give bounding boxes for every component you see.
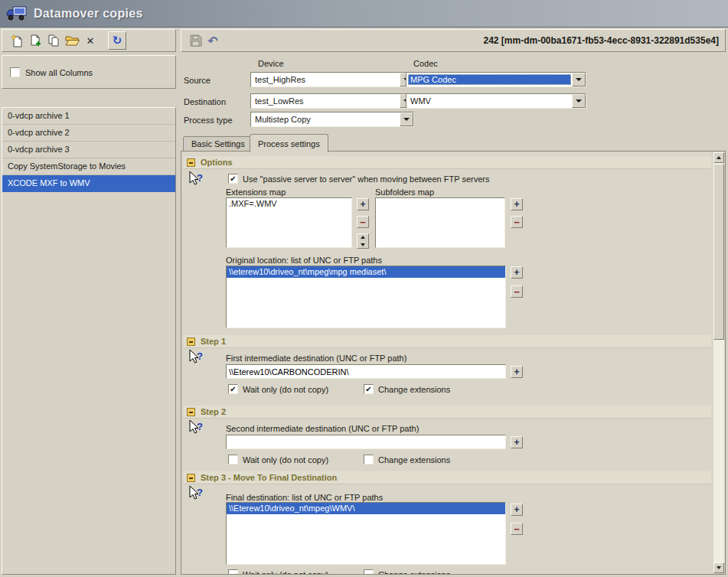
listbox-item[interactable]: .MXF=.WMV (227, 198, 351, 210)
new-page-plus-icon (29, 34, 42, 47)
vertical-scrollbar[interactable] (713, 152, 724, 573)
extensions-remove-button[interactable]: − (357, 216, 369, 228)
checkmark-icon: ✔ (365, 386, 371, 393)
destination-label: Destination (184, 97, 226, 106)
collapse-step2-button[interactable] (187, 408, 195, 416)
new-from-template-button[interactable] (27, 32, 44, 49)
context-help-button[interactable]: ? (188, 485, 204, 502)
context-help-button[interactable]: ? (188, 419, 204, 436)
step1-destination-label: First intermediate destination (UNC or F… (226, 354, 406, 363)
left-toolbar: ✕ ↻ (2, 29, 176, 52)
copies-list[interactable]: 0-vdcp archive 1 0-vdcp archive 2 0-vdcp… (2, 107, 176, 575)
checkmark-icon: ✔ (230, 175, 236, 183)
new-item-button[interactable] (8, 32, 25, 49)
source-device-value: test_HighRes (253, 74, 399, 85)
step2-destination-label: Second intermediate destination (UNC or … (226, 424, 419, 433)
destination-device-combobox[interactable]: test_LowRes (250, 93, 414, 109)
list-item[interactable]: Copy SystemStorage to Movies (2, 158, 175, 175)
collapse-step1-button[interactable] (187, 337, 195, 346)
step1-add-button[interactable]: + (511, 366, 523, 378)
process-settings-page: Options ? ✔ Use "passive server to serve… (181, 151, 726, 575)
step2-group-title: Step 2 (201, 407, 226, 416)
process-type-combobox[interactable]: Multistep Copy (250, 112, 414, 127)
subfolders-map-listbox[interactable] (375, 197, 505, 248)
step3-change-extensions-label: Change extensions (378, 570, 450, 575)
final-remove-button[interactable]: − (511, 523, 523, 535)
list-item[interactable]: 0-vdcp archive 2 (2, 125, 175, 142)
collapse-step3-button[interactable] (187, 474, 195, 482)
show-all-columns-checkbox[interactable] (10, 67, 20, 77)
svg-text:?: ? (197, 487, 203, 498)
open-button[interactable] (64, 32, 80, 49)
step1-change-extensions-checkbox[interactable]: ✔ (364, 384, 374, 394)
original-add-button[interactable]: + (511, 266, 523, 279)
source-device-combobox[interactable]: test_HighRes (250, 72, 414, 87)
step3-wait-only-label: Wait only (do not copy) (243, 570, 328, 575)
destination-codec-combobox[interactable]: WMV (406, 93, 586, 109)
process-type-label: Process type (184, 116, 233, 125)
refresh-button[interactable]: ↻ (108, 31, 126, 50)
undo-button[interactable]: ↶ (204, 32, 221, 49)
step1-destination-input[interactable] (226, 364, 506, 379)
dropdown-button[interactable] (572, 73, 586, 86)
list-item-selected[interactable]: XCODE MXF to WMV (2, 175, 175, 192)
scroll-down-button[interactable] (713, 562, 724, 573)
step2-add-button[interactable]: + (511, 436, 523, 448)
step3-wait-only-checkbox[interactable] (228, 569, 238, 575)
step2-group-header: Step 2 (184, 406, 711, 419)
collapse-options-button[interactable] (187, 158, 195, 167)
step1-wait-only-checkbox[interactable]: ✔ (228, 384, 238, 394)
original-remove-button[interactable]: − (511, 285, 523, 298)
delete-button[interactable]: ✕ (82, 32, 99, 49)
extensions-add-button[interactable]: + (357, 198, 369, 210)
options-group-title: Options (201, 158, 233, 167)
step1-group-title: Step 1 (201, 337, 226, 346)
subfolders-map-label: Subfolders map (375, 187, 434, 197)
save-button[interactable] (188, 32, 204, 49)
svg-text:?: ? (197, 421, 203, 432)
listbox-item-selected[interactable]: \\eterew10\driveo_nt\mpeg\mpg mediaset\ (227, 266, 505, 278)
dropdown-button[interactable] (572, 94, 586, 108)
source-label: Source (184, 76, 211, 85)
list-item[interactable]: 0-vdcp archive 3 (2, 142, 175, 158)
tab-process-settings[interactable]: Process settings (250, 134, 328, 152)
svg-text:?: ? (197, 350, 203, 362)
context-help-button[interactable]: ? (188, 349, 204, 366)
scrollbar-thumb[interactable] (713, 164, 724, 340)
context-help-button[interactable]: ? (188, 171, 204, 187)
extensions-map-listbox[interactable]: .MXF=.WMV (226, 197, 352, 248)
help-cursor-icon: ? (188, 485, 204, 502)
plus-icon: + (514, 267, 519, 278)
subfolders-add-button[interactable]: + (511, 198, 523, 210)
scroll-up-button[interactable] (713, 152, 724, 163)
source-codec-value: MPG Codec (408, 74, 571, 85)
source-codec-combobox[interactable]: MPG Codec (406, 72, 586, 87)
arrow-up-icon (361, 233, 365, 239)
listbox-item-selected[interactable]: \\Eterew10\driveo_nt\mpeg\WMV\ (227, 503, 505, 514)
device-column-header: Device (258, 59, 284, 68)
show-all-columns-label: Show all Columns (25, 68, 93, 77)
minus-icon: − (514, 286, 520, 298)
subfolders-remove-button[interactable]: − (511, 216, 523, 228)
list-item[interactable]: 0-vdcp archive 1 (2, 108, 175, 125)
copy-button[interactable] (45, 32, 62, 49)
step3-change-extensions-checkbox[interactable] (364, 569, 374, 575)
arrow-down-icon (717, 566, 721, 572)
extensions-map-label: Extensions map (226, 187, 286, 197)
help-cursor-icon: ? (188, 419, 204, 436)
plus-icon: + (360, 199, 365, 210)
chevron-down-icon (576, 99, 582, 106)
tab-basic-settings[interactable]: Basic Settings (183, 136, 253, 152)
original-location-listbox[interactable]: \\eterew10\driveo_nt\mpeg\mpg mediaset\ (226, 266, 506, 328)
step2-change-extensions-checkbox[interactable] (364, 455, 374, 465)
final-add-button[interactable]: + (511, 504, 523, 516)
dropdown-button[interactable] (400, 112, 413, 126)
step2-wait-only-checkbox[interactable] (228, 455, 238, 465)
step2-wait-only-label: Wait only (do not copy) (243, 455, 328, 465)
step2-destination-input[interactable] (226, 435, 506, 449)
final-destination-listbox[interactable]: \\Eterew10\driveo_nt\mpeg\WMV\ (226, 502, 506, 565)
minus-icon: − (514, 217, 520, 228)
passive-ftp-checkbox[interactable]: ✔ (228, 174, 238, 184)
record-id-text: 242 [mm-dm-00ba1671-fb53-4ecc-8931-32289… (483, 35, 719, 46)
extensions-reorder-button[interactable] (357, 233, 369, 249)
